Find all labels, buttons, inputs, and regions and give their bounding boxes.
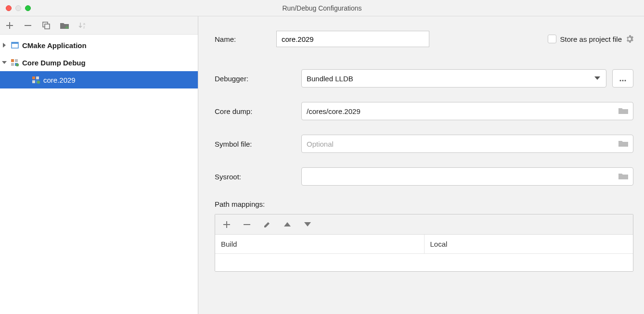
remove-config-icon[interactable] xyxy=(23,21,33,30)
svg-rect-6 xyxy=(12,42,18,44)
window-minimize-button[interactable] xyxy=(15,5,21,11)
folder-icon[interactable] xyxy=(618,173,628,180)
config-form: Name: Store as project file Debugger: Bu… xyxy=(198,16,644,314)
core-dump-icon xyxy=(31,76,41,84)
store-as-project-file-checkbox[interactable]: Store as project file xyxy=(548,35,633,43)
core-dump-value: /cores/core.2029 xyxy=(307,107,361,115)
path-mappings-table: Build Local xyxy=(215,214,633,272)
traffic-lights xyxy=(0,5,31,11)
store-label: Store as project file xyxy=(560,35,622,43)
name-label: Name: xyxy=(215,35,276,43)
path-mappings-header: Build Local xyxy=(215,235,633,254)
window-titlebar: Run/Debug Configurations xyxy=(0,0,644,16)
window-title: Run/Debug Configurations xyxy=(283,4,362,12)
debugger-value: Bundled LLDB xyxy=(307,75,353,83)
window-close-button[interactable] xyxy=(6,5,12,11)
sysroot-input[interactable] xyxy=(301,167,633,186)
add-mapping-icon[interactable] xyxy=(222,220,232,229)
debugger-browse-button[interactable]: ... xyxy=(612,69,633,88)
move-down-icon[interactable] xyxy=(303,220,312,229)
chevron-down-icon xyxy=(2,60,10,65)
config-sidebar: az CMake Application Core Du xyxy=(0,16,198,314)
copy-config-icon[interactable] xyxy=(41,21,51,30)
svg-rect-17 xyxy=(244,224,250,225)
svg-rect-13 xyxy=(36,76,39,79)
checkbox-icon xyxy=(548,35,556,43)
chevron-down-icon xyxy=(594,76,600,80)
debugger-label: Debugger: xyxy=(215,75,301,83)
tree-node-label: core.2029 xyxy=(41,76,76,84)
symbol-file-placeholder: Optional xyxy=(307,140,334,148)
column-build[interactable]: Build xyxy=(215,235,425,253)
svg-point-16 xyxy=(37,81,40,84)
window-zoom-button[interactable] xyxy=(25,5,31,11)
config-tree: CMake Application Core Dump Debug core.2… xyxy=(0,35,198,314)
core-dump-icon xyxy=(10,59,20,66)
sysroot-label: Sysroot: xyxy=(215,173,301,181)
path-mappings-toolbar xyxy=(215,214,633,235)
save-template-icon[interactable] xyxy=(60,21,69,30)
tree-node-label: Core Dump Debug xyxy=(20,59,86,67)
path-mappings-label: Path mappings: xyxy=(215,200,633,208)
column-local[interactable]: Local xyxy=(425,235,633,253)
core-dump-label: Core dump: xyxy=(215,107,301,115)
svg-rect-14 xyxy=(32,80,35,83)
svg-text:a: a xyxy=(83,22,85,25)
sort-config-icon[interactable]: az xyxy=(78,21,88,30)
edit-mapping-icon[interactable] xyxy=(262,220,272,229)
tree-node-label: CMake Application xyxy=(20,41,87,50)
gear-icon[interactable] xyxy=(626,35,633,43)
core-dump-input[interactable]: /cores/core.2029 xyxy=(301,102,633,120)
svg-text:z: z xyxy=(83,25,85,29)
sidebar-toolbar: az xyxy=(0,16,198,35)
chevron-right-icon xyxy=(2,43,10,48)
move-up-icon[interactable] xyxy=(283,220,292,229)
svg-rect-0 xyxy=(25,25,31,26)
svg-rect-12 xyxy=(32,76,35,79)
folder-icon[interactable] xyxy=(618,107,628,115)
folder-icon[interactable] xyxy=(618,140,628,148)
svg-point-11 xyxy=(16,63,19,66)
tree-leaf-core-2029[interactable]: core.2029 xyxy=(0,71,198,88)
remove-mapping-icon[interactable] xyxy=(242,220,252,229)
name-input[interactable] xyxy=(276,31,429,47)
svg-rect-2 xyxy=(45,24,50,29)
tree-node-core-dump-debug[interactable]: Core Dump Debug xyxy=(0,54,198,71)
svg-rect-7 xyxy=(11,59,14,62)
svg-rect-9 xyxy=(11,63,14,66)
debugger-select[interactable]: Bundled LLDB xyxy=(301,69,606,88)
path-mappings-body[interactable] xyxy=(215,254,633,271)
svg-rect-8 xyxy=(15,59,18,62)
add-config-icon[interactable] xyxy=(5,21,14,30)
tree-node-cmake-application[interactable]: CMake Application xyxy=(0,37,198,54)
cmake-app-icon xyxy=(10,41,20,49)
symbol-file-label: Symbol file: xyxy=(215,140,301,148)
symbol-file-input[interactable]: Optional xyxy=(301,135,633,153)
